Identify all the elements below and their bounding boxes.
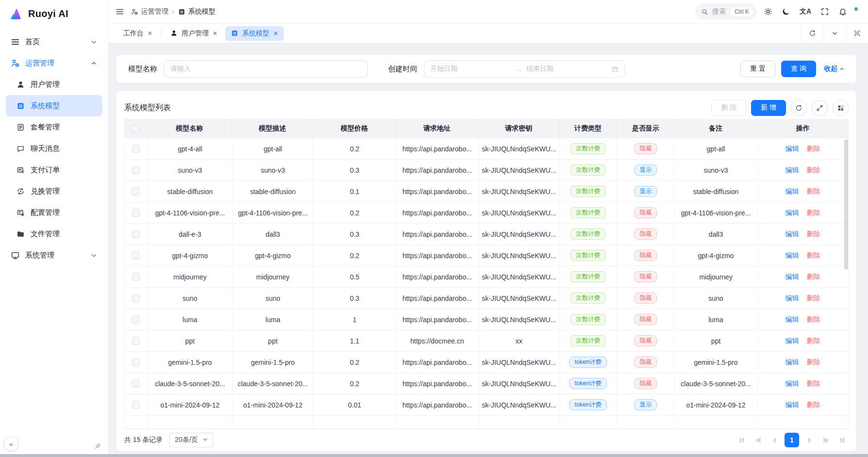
table-scrollbar-thumb[interactable] bbox=[844, 139, 848, 270]
search-button[interactable]: 查 询 bbox=[781, 61, 816, 77]
row-checkbox[interactable] bbox=[132, 337, 140, 345]
sidebar-item-system-management[interactable]: 系统管理 bbox=[6, 245, 102, 266]
visibility-badge[interactable]: 显示 bbox=[634, 164, 657, 176]
prev-page-button[interactable] bbox=[768, 433, 782, 447]
edit-link[interactable]: 编辑 bbox=[785, 294, 799, 303]
delete-link[interactable]: 删除 bbox=[806, 337, 820, 345]
sidebar-item-files[interactable]: 文件管理 bbox=[6, 223, 102, 245]
row-checkbox[interactable] bbox=[132, 252, 140, 260]
delete-link[interactable]: 删除 bbox=[806, 251, 820, 260]
next-5-pages-button[interactable] bbox=[819, 433, 832, 447]
edit-link[interactable]: 编辑 bbox=[785, 230, 799, 239]
visibility-badge[interactable]: 隐藏 bbox=[634, 293, 657, 304]
delete-link[interactable]: 删除 bbox=[806, 145, 820, 153]
current-page-button[interactable]: 1 bbox=[785, 433, 799, 447]
visibility-badge[interactable]: 隐藏 bbox=[634, 228, 657, 240]
tab-close-icon[interactable]: ✕ bbox=[213, 30, 217, 37]
prev-5-pages-button[interactable] bbox=[752, 433, 765, 447]
row-checkbox[interactable] bbox=[132, 230, 140, 238]
last-page-button[interactable] bbox=[835, 433, 849, 447]
delete-link[interactable]: 删除 bbox=[806, 230, 820, 239]
visibility-badge[interactable]: 隐藏 bbox=[634, 271, 657, 282]
column-settings-button[interactable] bbox=[833, 100, 849, 116]
table-fullscreen-button[interactable] bbox=[812, 100, 828, 116]
model-name-input[interactable]: 请输入 bbox=[164, 60, 368, 78]
row-checkbox[interactable] bbox=[132, 294, 140, 302]
visibility-badge[interactable]: 显示 bbox=[634, 186, 657, 197]
delete-link[interactable]: 删除 bbox=[806, 187, 820, 196]
language-translate-icon[interactable]: 文A bbox=[800, 7, 811, 16]
sidebar-item-operations[interactable]: 运营管理 bbox=[6, 52, 102, 74]
table-row[interactable]: gpt-4-1106-vision-pre... gpt-4-1106-visi… bbox=[124, 202, 849, 224]
row-checkbox[interactable] bbox=[132, 188, 140, 196]
sidebar-item-users[interactable]: 用户管理 bbox=[6, 74, 102, 95]
table-row[interactable]: suno-v3 suno-v3 0.3 https://api.pandarob… bbox=[124, 160, 849, 181]
sidebar-item-home[interactable]: 首页 bbox=[6, 31, 102, 52]
table-row[interactable]: o1-mini-2024-09-12 o1-mini-2024-09-12 0.… bbox=[124, 394, 849, 416]
sidebar-item-chat-messages[interactable]: 聊天消息 bbox=[6, 138, 102, 159]
edit-link[interactable]: 编辑 bbox=[785, 251, 799, 260]
reset-button[interactable]: 重 置 bbox=[740, 61, 775, 77]
table-row[interactable]: luma luma 1 https://api.pandarobo... sk-… bbox=[124, 309, 849, 330]
add-button[interactable]: 新 增 bbox=[751, 100, 786, 116]
settings-gear-icon[interactable] bbox=[764, 7, 772, 16]
row-checkbox[interactable] bbox=[132, 166, 140, 174]
table-row[interactable]: gpt-4-gizmo gpt-4-gizmo 0.2 https://api.… bbox=[124, 245, 849, 266]
edit-link[interactable]: 编辑 bbox=[785, 166, 799, 175]
delete-link[interactable]: 删除 bbox=[806, 401, 820, 409]
date-range-picker[interactable]: 开始日期 → 结束日期 bbox=[424, 60, 625, 78]
row-checkbox[interactable] bbox=[132, 145, 140, 153]
visibility-badge[interactable]: 隐藏 bbox=[634, 250, 657, 261]
tab-users[interactable]: 用户管理 ✕ bbox=[164, 26, 223, 41]
select-all-checkbox[interactable] bbox=[131, 125, 139, 132]
delete-link[interactable]: 删除 bbox=[806, 358, 820, 367]
edit-link[interactable]: 编辑 bbox=[785, 401, 799, 409]
breadcrumb-item-operations[interactable]: 运营管理 bbox=[131, 7, 168, 16]
tab-close-icon[interactable]: ✕ bbox=[147, 30, 152, 37]
sidebar-toggle-button[interactable] bbox=[115, 7, 124, 16]
horizontal-scrollbar[interactable] bbox=[0, 454, 868, 457]
visibility-badge[interactable]: 隐藏 bbox=[634, 207, 657, 218]
next-page-button[interactable] bbox=[802, 433, 816, 447]
row-checkbox[interactable] bbox=[132, 359, 140, 366]
search-input[interactable]: 搜索 Ctrl K bbox=[695, 3, 757, 20]
edit-link[interactable]: 编辑 bbox=[785, 187, 799, 196]
visibility-badge[interactable]: 显示 bbox=[634, 399, 657, 410]
collapse-filter-link[interactable]: 收起 bbox=[824, 65, 845, 73]
sidebar-item-system-models[interactable]: 系统模型 bbox=[6, 95, 102, 116]
fullscreen-icon[interactable] bbox=[820, 7, 829, 16]
edit-link[interactable]: 编辑 bbox=[785, 315, 799, 324]
row-checkbox[interactable] bbox=[132, 273, 140, 281]
delete-button[interactable]: 删 除 bbox=[711, 100, 746, 116]
edit-link[interactable]: 编辑 bbox=[785, 337, 799, 345]
visibility-badge[interactable]: 隐藏 bbox=[634, 357, 657, 368]
sidebar-collapse-button[interactable]: « bbox=[4, 437, 18, 451]
visibility-badge[interactable]: 隐藏 bbox=[634, 143, 657, 154]
tab-menu-chevron-button[interactable] bbox=[823, 24, 846, 43]
pin-icon[interactable] bbox=[94, 442, 101, 450]
tab-close-icon[interactable]: ✕ bbox=[273, 30, 278, 37]
visibility-badge[interactable]: 隐藏 bbox=[634, 314, 657, 325]
breadcrumb-item-system-models[interactable]: 系统模型 bbox=[178, 7, 215, 16]
row-checkbox[interactable] bbox=[132, 316, 140, 324]
row-checkbox[interactable] bbox=[132, 401, 140, 409]
tab-refresh-button[interactable] bbox=[801, 24, 823, 43]
delete-link[interactable]: 删除 bbox=[806, 273, 820, 281]
table-row[interactable]: gemini-1.5-pro gemini-1.5-pro 0.2 https:… bbox=[124, 352, 849, 373]
notifications-bell-icon[interactable] bbox=[838, 7, 847, 16]
visibility-badge[interactable]: 隐藏 bbox=[634, 335, 657, 346]
edit-link[interactable]: 编辑 bbox=[785, 145, 799, 153]
tab-system-models[interactable]: 系统模型 ✕ bbox=[225, 26, 284, 41]
table-row[interactable]: stable-diffusion stable-diffusion 0.1 ht… bbox=[124, 181, 849, 202]
table-row[interactable]: suno suno 0.3 https://api.pandarobo... s… bbox=[124, 288, 849, 309]
table-row[interactable]: gpt-4-all gpt-all 0.2 https://api.pandar… bbox=[124, 138, 849, 160]
row-checkbox[interactable] bbox=[132, 380, 140, 388]
edit-link[interactable]: 编辑 bbox=[785, 273, 799, 281]
dark-mode-moon-icon[interactable] bbox=[782, 7, 790, 16]
table-refresh-button[interactable] bbox=[791, 100, 807, 116]
table-row[interactable]: dall-e-3 dall3 0.3 https://api.pandarobo… bbox=[124, 224, 849, 245]
sidebar-item-packages[interactable]: 套餐管理 bbox=[6, 116, 102, 138]
page-size-select[interactable]: 20条/页 bbox=[169, 433, 213, 447]
delete-link[interactable]: 删除 bbox=[806, 315, 820, 324]
delete-link[interactable]: 删除 bbox=[806, 379, 820, 388]
